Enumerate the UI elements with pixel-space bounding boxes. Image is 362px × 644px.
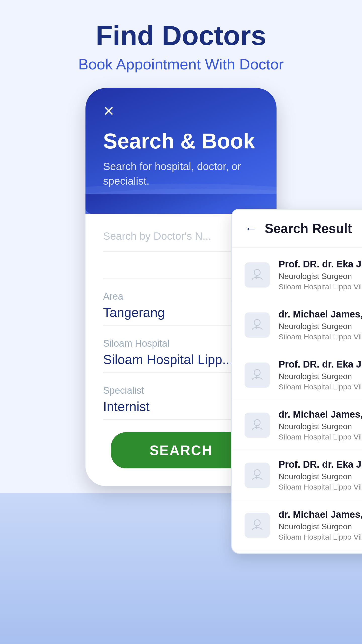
doctor-hospital: Siloam Hospital Lippo Villlage: [279, 433, 362, 441]
svg-point-4: [254, 470, 260, 476]
result-title: Search Result: [265, 221, 352, 236]
page-title: Find Doctors: [0, 20, 362, 51]
doctor-specialty: Neurologist Surgeon: [279, 322, 362, 331]
doctor-avatar: [245, 363, 270, 388]
doctor-specialty: Neurologist Surgeon: [279, 372, 362, 381]
doctor-info: Prof. DR. dr. Eka J Neurologist Surgeon …: [279, 259, 362, 291]
doctor-list-item[interactable]: Prof. DR. dr. Eka J Neurologist Surgeon …: [232, 450, 362, 500]
result-header: ← Search Result: [232, 210, 362, 248]
doctor-specialty: Neurologist Surgeon: [279, 522, 362, 531]
doctor-name: Prof. DR. dr. Eka J: [279, 359, 362, 370]
svg-point-2: [254, 370, 260, 376]
doctor-list: Prof. DR. dr. Eka J Neurologist Surgeon …: [232, 248, 362, 553]
doctor-specialty: Neurologist Surgeon: [279, 422, 362, 431]
search-result-panel: ← Search Result Prof. DR. dr. Eka J Neur…: [231, 209, 362, 554]
app-header: ✕ Search & Book Search for hospital, doc…: [85, 88, 277, 214]
area-value[interactable]: Tangerang: [103, 305, 165, 320]
doctor-hospital: Siloam Hospital Lippo Villlage: [279, 533, 362, 541]
app-screen-title: Search & Book: [103, 129, 259, 153]
svg-point-3: [254, 420, 260, 426]
doctor-specialty: Neurologist Surgeon: [279, 272, 362, 281]
back-button[interactable]: ←: [245, 221, 257, 236]
doctor-info: dr. Michael James, SpBS Neurologist Surg…: [279, 509, 362, 541]
doctor-list-item[interactable]: Prof. DR. dr. Eka J Neurologist Surgeon …: [232, 250, 362, 300]
svg-point-5: [254, 520, 260, 526]
doctor-avatar: [245, 262, 270, 288]
doctor-hospital: Siloam Hospital Lippo Villlage: [279, 333, 362, 341]
doctor-list-item[interactable]: dr. Michael James, SpBS Neurologist Surg…: [232, 300, 362, 350]
doctor-avatar: [245, 312, 270, 338]
doctor-list-item[interactable]: Prof. DR. dr. Eka J Neurologist Surgeon …: [232, 350, 362, 400]
doctor-list-item[interactable]: dr. Michael James, SpBS Neurologist Surg…: [232, 400, 362, 450]
page-subtitle: Book Appointment With Doctor: [0, 56, 362, 73]
doctor-info: Prof. DR. dr. Eka J Neurologist Surgeon …: [279, 359, 362, 391]
search-button[interactable]: SEARCH: [111, 432, 251, 468]
doctor-avatar: [245, 413, 270, 438]
close-button[interactable]: ✕: [103, 103, 259, 119]
doctor-hospital: Siloam Hospital Lippo Villlage: [279, 383, 362, 391]
doctor-info: dr. Michael James, SpBS Neurologist Surg…: [279, 309, 362, 341]
doctor-name: Prof. DR. dr. Eka J: [279, 459, 362, 470]
doctor-hospital: Siloam Hospital Lippo Villlage: [279, 483, 362, 491]
doctor-name: dr. Michael James, SpBS: [279, 409, 362, 420]
doctor-name: dr. Michael James, SpBS: [279, 509, 362, 520]
specialist-value[interactable]: Internist: [103, 399, 150, 414]
hospital-value[interactable]: Siloam Hospital Lipp...: [103, 352, 233, 367]
svg-point-0: [254, 269, 260, 275]
doctor-list-item[interactable]: dr. Michael James, SpBS Neurologist Surg…: [232, 500, 362, 550]
doctor-avatar: [245, 463, 270, 488]
doctor-hospital: Siloam Hospital Lippo Villlage: [279, 283, 362, 291]
doctor-avatar: [245, 513, 270, 538]
svg-point-1: [254, 319, 260, 326]
doctor-name: Prof. DR. dr. Eka J: [279, 259, 362, 270]
doctor-name: dr. Michael James, SpBS: [279, 309, 362, 320]
doctor-specialty: Neurologist Surgeon: [279, 472, 362, 481]
doctor-info: Prof. DR. dr. Eka J Neurologist Surgeon …: [279, 459, 362, 491]
doctor-info: dr. Michael James, SpBS Neurologist Surg…: [279, 409, 362, 441]
